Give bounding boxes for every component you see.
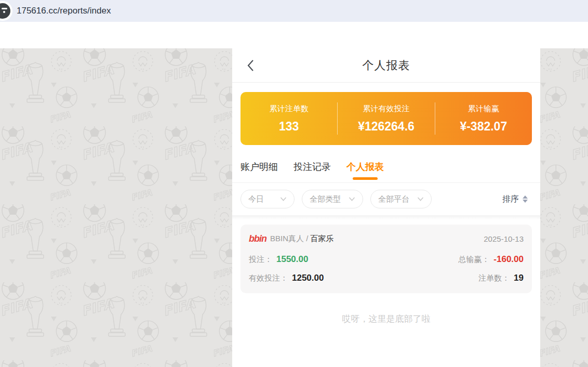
summary-item: 累计注单数 133	[240, 92, 337, 145]
browser-address-bar[interactable]: 175616.cc/reports/index	[0, 0, 588, 22]
tab-bet-records[interactable]: 投注记录	[293, 161, 331, 182]
page-title: 个人报表	[363, 58, 410, 73]
valid-bet-value: 1250.00	[292, 273, 324, 283]
screen: 175616.cc/reports/index	[0, 0, 588, 367]
report-record-row[interactable]: bbin BBIN真人 / 百家乐 2025-10-13 投注： 1550.00…	[240, 225, 532, 293]
chevron-down-icon	[417, 197, 424, 201]
report-panel: 个人报表 累计注单数 133 累计有效投注 ¥126264.6 累计输赢 ¥-3…	[232, 48, 540, 367]
platform-filter-dropdown[interactable]: 全部平台	[370, 190, 432, 208]
record-date: 2025-10-13	[484, 234, 524, 243]
bet-label: 投注：	[249, 255, 272, 265]
game-name: 百家乐	[310, 234, 333, 244]
chevron-down-icon	[349, 197, 355, 201]
summary-value: ¥-382.07	[460, 120, 507, 134]
tab-account-detail[interactable]: 账户明细	[240, 161, 278, 182]
win-loss-label: 总输赢：	[458, 255, 489, 265]
summary-value: ¥126264.6	[358, 120, 415, 134]
date-filter-dropdown[interactable]: 今日	[240, 190, 295, 208]
site-favicon-icon	[0, 1, 12, 21]
summary-item: 累计有效投注 ¥126264.6	[338, 92, 434, 145]
bet-count-value: 19	[514, 273, 524, 283]
summary-label: 累计有效投注	[363, 104, 409, 114]
sort-button[interactable]: 排序	[502, 194, 528, 205]
summary-item: 累计输赢 ¥-382.07	[435, 92, 532, 145]
platform-filter-value: 全部平台	[378, 194, 409, 204]
bet-count-label: 注单数：	[478, 273, 510, 283]
filter-bar-shadow	[232, 215, 540, 220]
date-filter-value: 今日	[248, 194, 264, 204]
type-filter-value: 全部类型	[310, 194, 341, 204]
valid-bet-label: 有效投注：	[249, 273, 288, 283]
page-top-strip	[0, 22, 588, 48]
type-filter-dropdown[interactable]: 全部类型	[302, 190, 363, 208]
summary-value: 133	[279, 120, 299, 134]
panel-header: 个人报表	[232, 48, 540, 83]
url-text[interactable]: 175616.cc/reports/index	[17, 6, 111, 16]
summary-card: 累计注单数 133 累计有效投注 ¥126264.6 累计输赢 ¥-382.07	[240, 92, 532, 145]
tab-personal-report[interactable]: 个人报表	[346, 161, 384, 182]
back-icon[interactable]	[247, 59, 256, 72]
summary-label: 累计输赢	[468, 104, 499, 114]
sort-label: 排序	[502, 194, 519, 205]
bbin-logo-icon: bbin	[249, 233, 266, 244]
summary-label: 累计注单数	[270, 104, 309, 114]
tab-bar: 账户明细 投注记录 个人报表	[232, 161, 540, 183]
win-loss-value: -160.00	[493, 254, 524, 265]
filter-bar: 今日 全部类型 全部平台 排序	[232, 183, 540, 215]
provider-name: BBIN真人 /	[270, 234, 308, 244]
bet-value: 1550.00	[276, 254, 308, 265]
chevron-down-icon	[280, 197, 287, 201]
sort-icon	[523, 195, 528, 203]
end-of-list-message: 哎呀，这里是底部了啦	[232, 313, 540, 325]
